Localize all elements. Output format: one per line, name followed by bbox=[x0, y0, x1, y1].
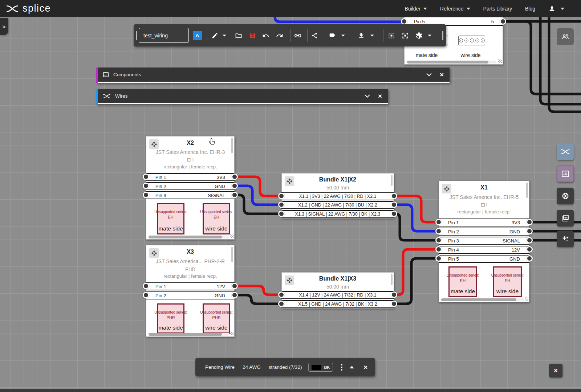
project-name-input[interactable] bbox=[139, 28, 189, 43]
pending-wire-close-icon[interactable]: × bbox=[361, 363, 370, 372]
port[interactable] bbox=[143, 183, 149, 189]
undo-icon[interactable] bbox=[262, 32, 269, 39]
pending-wire-menu-icon[interactable] bbox=[340, 363, 344, 372]
toolbar-drag-handle-right[interactable] bbox=[442, 31, 443, 40]
select-all-icon[interactable] bbox=[388, 32, 395, 39]
port[interactable] bbox=[435, 255, 442, 262]
ai-assistant-button[interactable] bbox=[557, 230, 574, 247]
canvas-close-button[interactable]: × bbox=[549, 364, 562, 377]
resize-grip[interactable] bbox=[498, 60, 502, 63]
label-dropdown-caret[interactable] bbox=[341, 34, 345, 36]
components-tool-button[interactable] bbox=[557, 166, 574, 182]
nav-builder[interactable]: Builder bbox=[398, 6, 434, 12]
open-folder-icon[interactable] bbox=[235, 32, 242, 39]
port[interactable] bbox=[526, 255, 533, 262]
wires-close-icon[interactable]: × bbox=[378, 93, 382, 99]
pin-row[interactable]: Pin 1 3V3 bbox=[439, 219, 529, 226]
auto-save-toggle[interactable]: A bbox=[193, 31, 202, 40]
fit-screen-icon[interactable] bbox=[402, 32, 409, 39]
wire-b12-x1-black[interactable] bbox=[394, 214, 439, 240]
port[interactable] bbox=[143, 173, 149, 180]
vertical-scrollbar[interactable] bbox=[526, 183, 528, 198]
port[interactable] bbox=[435, 237, 442, 244]
components-close-icon[interactable]: × bbox=[440, 71, 444, 78]
pending-wire-expand-icon[interactable] bbox=[350, 366, 354, 368]
vertical-scrollbar[interactable] bbox=[391, 274, 393, 285]
port[interactable] bbox=[278, 291, 285, 298]
port[interactable] bbox=[391, 193, 397, 199]
resize-grip[interactable] bbox=[230, 234, 233, 238]
pdf-export-button[interactable]: PDF bbox=[557, 210, 574, 226]
bundle-row[interactable]: X1.5 | GND | 24 AWG | 7/32 | BK | X3.2 bbox=[281, 300, 394, 308]
resize-grip[interactable] bbox=[525, 297, 528, 301]
port[interactable] bbox=[231, 292, 238, 298]
wire-color-selector[interactable]: BK bbox=[308, 363, 333, 372]
port[interactable] bbox=[278, 201, 285, 208]
components-collapse-chevron[interactable] bbox=[426, 73, 432, 77]
settings-gear-icon[interactable] bbox=[415, 32, 423, 39]
node-x3[interactable]: X3 JST Sales America... PHR-2-R PHR rect… bbox=[146, 245, 235, 337]
edit-dropdown-caret[interactable] bbox=[223, 34, 226, 36]
pin-row[interactable]: Pin 3 SIGNAL bbox=[146, 191, 235, 199]
node-bundle-x1x2[interactable]: Bundle X1|X2 50.00 mm X1.1 | 3V3 | 22 AW… bbox=[281, 173, 394, 219]
save-icon[interactable] bbox=[249, 32, 256, 39]
bundle-row[interactable]: X1.3 | SIGNAL | 22 AWG | 7/30 | BK | X2.… bbox=[281, 210, 394, 218]
pin-row[interactable]: Pin 5 GND bbox=[439, 255, 529, 263]
port[interactable] bbox=[435, 219, 442, 225]
wires-panel-header[interactable]: Wires × bbox=[96, 89, 388, 104]
download-dropdown-caret[interactable] bbox=[370, 34, 374, 36]
redo-icon[interactable] bbox=[276, 32, 283, 39]
toolbar-drag-handle[interactable] bbox=[136, 31, 137, 40]
port[interactable] bbox=[526, 246, 533, 253]
components-panel-header[interactable]: Components × bbox=[96, 68, 450, 83]
port[interactable] bbox=[231, 283, 238, 289]
port[interactable] bbox=[278, 301, 285, 307]
pin-row[interactable]: Pin 1 12V bbox=[146, 282, 235, 290]
vertical-scrollbar[interactable] bbox=[231, 138, 233, 153]
bundle-row[interactable]: X1.4 | 12V | 24 AWG | 7/32 | RD | X3.1 bbox=[281, 291, 394, 299]
bundle-row[interactable]: X1.1 | 3V3 | 22 AWG | 7/30 | RD | X2.1 bbox=[281, 192, 394, 200]
bundle-row[interactable]: X1.2 | GND | 22 AWG | 7/30 | BU | X2.2 bbox=[281, 201, 394, 209]
download-icon[interactable] bbox=[358, 32, 365, 39]
port[interactable] bbox=[435, 228, 442, 234]
horizontal-scrollbar[interactable] bbox=[149, 333, 229, 336]
port[interactable] bbox=[231, 192, 238, 198]
settings-dropdown-caret[interactable] bbox=[428, 34, 431, 36]
port[interactable] bbox=[526, 228, 533, 234]
port[interactable] bbox=[143, 292, 149, 298]
edit-icon[interactable] bbox=[212, 32, 219, 39]
port[interactable] bbox=[278, 211, 285, 217]
port[interactable] bbox=[231, 183, 238, 189]
cable-tool-button[interactable] bbox=[557, 188, 574, 204]
vertical-scrollbar[interactable] bbox=[231, 247, 233, 262]
port[interactable] bbox=[278, 193, 285, 199]
wire-x3-b13-black[interactable] bbox=[235, 295, 281, 304]
wire-b13-x1-black[interactable] bbox=[394, 258, 439, 304]
resize-grip[interactable] bbox=[230, 332, 233, 335]
wires-tool-button[interactable] bbox=[557, 143, 574, 160]
port[interactable] bbox=[391, 201, 397, 208]
port[interactable] bbox=[143, 283, 149, 289]
port[interactable] bbox=[435, 246, 442, 253]
collaborators-button[interactable] bbox=[557, 28, 574, 45]
port[interactable] bbox=[231, 173, 238, 180]
wire-x3-b13-red[interactable] bbox=[235, 286, 281, 295]
sidebar-expand-toggle[interactable]: > bbox=[0, 18, 8, 35]
port[interactable] bbox=[526, 237, 533, 244]
port[interactable] bbox=[143, 192, 149, 198]
port[interactable] bbox=[391, 301, 397, 307]
link-icon[interactable] bbox=[294, 32, 302, 40]
node-bundle-x1x3[interactable]: Bundle X1|X3 50.00 mm X1.4 | 12V | 24 AW… bbox=[281, 272, 394, 309]
canvas[interactable]: Pin 5 5 5 4 3 2 1 mate side wire side X2… bbox=[0, 0, 581, 392]
pin-row[interactable]: Pin 3 SIGNAL bbox=[439, 237, 529, 245]
port[interactable] bbox=[526, 219, 533, 225]
pin-row[interactable]: Pin 2 GND bbox=[146, 182, 235, 190]
port[interactable] bbox=[500, 18, 506, 25]
wires-collapse-chevron[interactable] bbox=[365, 94, 370, 98]
account-menu[interactable] bbox=[542, 5, 571, 12]
pin-row[interactable]: Pin 2 GND bbox=[439, 228, 529, 236]
brand[interactable]: splice bbox=[0, 3, 51, 14]
node-x1[interactable]: X1 JST Sales America Inc. EHR-5 EH recta… bbox=[439, 181, 529, 302]
horizontal-scrollbar[interactable] bbox=[441, 298, 524, 301]
share-icon[interactable] bbox=[311, 32, 318, 39]
